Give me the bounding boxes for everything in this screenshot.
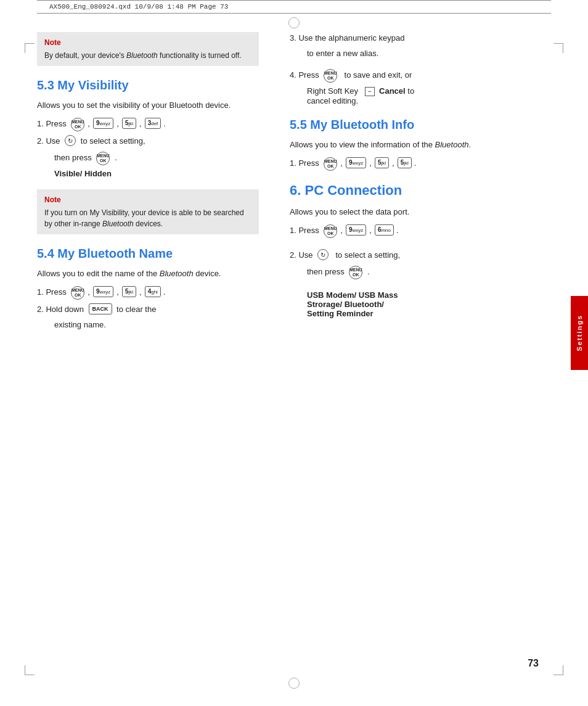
step-right-4-end: cancel editing. <box>290 96 518 105</box>
note-box-2: Note If you turn on My Visibility, your … <box>37 189 259 234</box>
section-53-body: Allows you to set the visibility of your… <box>37 99 259 112</box>
corner-mark-br <box>553 665 563 675</box>
key-5jkl-4: 5jkl <box>398 157 412 168</box>
note-title-2: Note <box>44 194 251 205</box>
key-5jkl-3: 5jkl <box>375 157 389 168</box>
step-54-1: 1. Press MENUOK , 9wxyz , 5jkl , 4ghi . <box>37 286 259 300</box>
key-9wxyz-2: 9wxyz <box>93 286 113 297</box>
note-body-2: If you turn on My Visibility, your devic… <box>44 208 244 228</box>
key-6mno: 6mno <box>375 224 394 236</box>
step-53-bold: Visible/ Hidden <box>37 169 259 178</box>
section-55-heading: 5.5 My Bluetooth Info <box>290 117 518 133</box>
note-box-1: Note By default, your device's Bluetooth… <box>37 32 259 66</box>
menu-ok-key-2: MENUOK <box>96 152 110 165</box>
side-tab-text: Settings <box>576 314 583 351</box>
menu-ok-key-5: MENUOK <box>324 157 337 171</box>
menu-ok-key-1: MENUOK <box>71 118 84 131</box>
page-content: Note By default, your device's Bluetooth… <box>37 14 551 329</box>
section-54-heading: 5.4 My Bluetooth Name <box>37 245 259 261</box>
page-number: 73 <box>528 658 539 669</box>
center-circle-top <box>288 17 300 28</box>
page: AX500_Eng_080924.qxd 10/9/08 1:48 PM Pag… <box>0 0 588 706</box>
step-right-3: 3. Use the alphanumeric keypad <box>290 32 518 45</box>
step-right-4: 4. Press MENUOK to save and exit, or <box>290 69 518 83</box>
key-9wxyz-4: 9wxyz <box>346 224 366 236</box>
step-54-2-cont: existing name. <box>37 320 259 329</box>
side-tab: Settings <box>571 296 588 370</box>
section-54-body: Allows you to edit the name of the Bluet… <box>37 268 259 280</box>
key-5jkl-2: 5jkl <box>122 286 136 297</box>
section-53-heading: 5.3 My Visibility <box>37 77 259 93</box>
step-53-1: 1. Press MENUOK , 9wxyz , 5jkl , 3def . <box>37 118 259 131</box>
note-body-1: By default, your device's Bluetooth func… <box>44 51 242 60</box>
corner-mark-tr <box>553 43 563 53</box>
left-column: Note By default, your device's Bluetooth… <box>37 32 277 329</box>
key-4ghi: 4ghi <box>145 286 161 297</box>
key-5jkl-1: 5jkl <box>122 118 136 129</box>
step-54-2: 2. Hold down BACK to clear the <box>37 303 259 316</box>
back-key: BACK <box>89 303 112 314</box>
menu-ok-key-4: MENUOK <box>324 69 337 83</box>
corner-mark-tl <box>25 43 35 53</box>
scroll-key-2: ↻ <box>317 249 329 260</box>
right-column: 3. Use the alphanumeric keypad to enter … <box>277 32 518 329</box>
step-6-1: 1. Press MENUOK , 9wxyz , 6mno . <box>290 224 518 238</box>
corner-mark-bl <box>25 665 35 675</box>
note-title-1: Note <box>44 37 251 48</box>
step-53-1-num: 1. Press <box>37 118 68 131</box>
step-6-2: 2. Use ↻ to select a setting, <box>290 249 518 262</box>
step-6-bold: USB Modem/ USB MassStrorage/ Bluetooth/S… <box>290 290 518 318</box>
header-bar: AX500_Eng_080924.qxd 10/9/08 1:48 PM Pag… <box>37 0 551 14</box>
step-right-3-cont: to enter a new alias. <box>290 49 518 58</box>
key-3def-1: 3def <box>145 118 161 129</box>
step-6-2-then: then press MENUOK . <box>290 266 518 279</box>
key-9wxyz-1: 9wxyz <box>93 118 113 129</box>
header-text: AX500_Eng_080924.qxd 10/9/08 1:48 PM Pag… <box>49 3 228 10</box>
step-53-2: 2. Use ↻ to select a setting, <box>37 135 259 148</box>
menu-ok-key-6: MENUOK <box>324 224 337 238</box>
scroll-key-1: ↻ <box>65 135 76 146</box>
menu-ok-key-7: MENUOK <box>349 266 362 279</box>
center-circle-bottom <box>288 678 300 689</box>
step-55-1: 1. Press MENUOK , 9wxyz , 5jkl , 5jkl . <box>290 157 518 171</box>
section-55-body: Allows you to view the information of th… <box>290 139 518 151</box>
menu-ok-key-3: MENUOK <box>71 286 84 300</box>
section-6-heading: 6. PC Connection <box>290 182 518 200</box>
cancel-icon: − <box>365 87 375 96</box>
step-right-4-cont: Right Soft Key − Cancel to <box>290 86 518 96</box>
key-9wxyz-3: 9wxyz <box>346 157 366 168</box>
section-6-body: Allows you to select the data port. <box>290 206 518 218</box>
step-53-2-then: then press MENUOK . <box>37 152 259 165</box>
